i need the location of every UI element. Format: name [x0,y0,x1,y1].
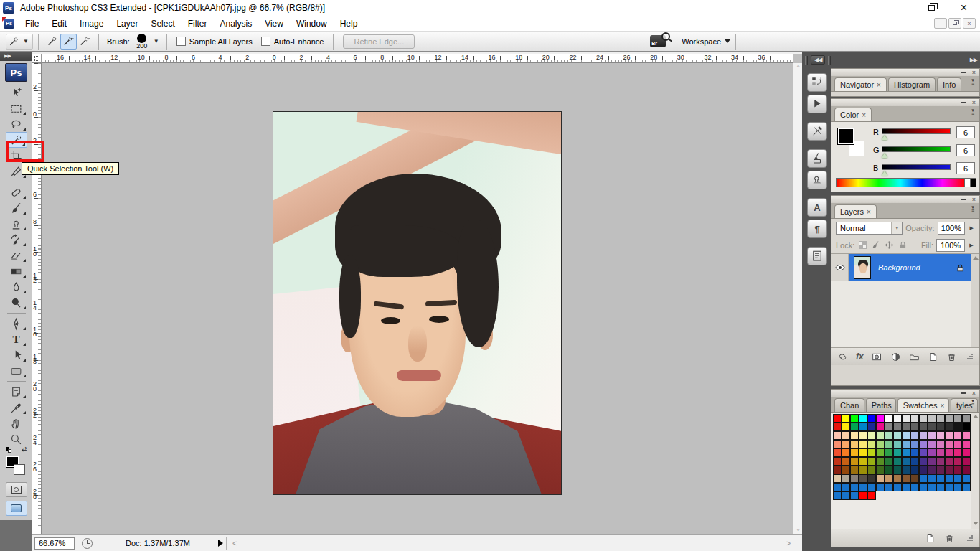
swatch[interactable] [919,440,928,448]
dock-character-button[interactable]: A [807,198,827,217]
dock-actions-button[interactable] [807,95,827,113]
document-image[interactable] [273,111,562,495]
new-layer-icon[interactable] [928,352,938,362]
tool-rectangle-shape[interactable] [6,363,27,379]
swatch[interactable] [842,466,850,474]
swatch[interactable] [902,448,910,457]
tool-path-selection[interactable] [6,347,27,363]
swatch[interactable] [867,474,876,483]
color-foreground-swatch[interactable] [837,128,854,145]
swatch[interactable] [910,423,919,431]
swatch[interactable] [833,483,842,491]
opacity-arrow[interactable]: ▶ [968,222,975,235]
menu-filter[interactable]: Filter [182,19,214,29]
tool-clone-stamp[interactable] [6,216,27,232]
tool-type[interactable]: T [6,331,27,347]
swatch[interactable] [867,440,876,448]
swatch[interactable] [876,483,885,491]
screen-mode-button[interactable] [6,501,27,516]
swatch[interactable] [859,423,867,431]
swatch[interactable] [953,466,962,474]
tool-preset-picker[interactable]: ▼ [6,34,33,50]
swatch[interactable] [936,466,945,474]
swatch[interactable] [936,483,945,491]
swatch[interactable] [859,491,867,500]
tool-pen[interactable] [6,316,27,331]
delete-layer-icon[interactable] [946,352,957,362]
swatch[interactable] [842,457,850,466]
swatch[interactable] [902,414,910,423]
swatch[interactable] [850,423,859,431]
swatch[interactable] [859,483,867,491]
canvas-area[interactable] [42,63,793,534]
channel-value-field[interactable]: 6 [956,162,975,174]
tab-info[interactable]: Info [937,77,961,91]
panel-resize-grip[interactable] [966,534,974,542]
chevron-down-icon[interactable]: ▼ [154,38,159,44]
layer-thumbnail[interactable] [854,256,871,279]
swatch[interactable] [910,448,919,457]
swatch[interactable] [953,423,962,431]
swatch[interactable] [945,483,953,491]
swatch[interactable] [962,483,971,491]
layers-scrollbar[interactable] [971,254,979,347]
swatch[interactable] [962,423,971,431]
auto-enhance-checkbox[interactable] [261,37,270,46]
swatch[interactable] [876,466,885,474]
swatch[interactable] [962,466,971,474]
swatch[interactable] [928,423,936,431]
swatch[interactable] [876,431,885,440]
swatch[interactable] [953,440,962,448]
swatch[interactable] [850,466,859,474]
swatch[interactable] [910,457,919,466]
layer-group-icon[interactable] [909,352,920,362]
swatch[interactable] [885,457,893,466]
tab-swatches[interactable]: Swatches× [897,398,949,412]
background-color-swatch[interactable] [14,464,25,475]
tool-lasso[interactable] [6,116,27,132]
scroll-down-arrow[interactable] [973,522,979,525]
swatch[interactable] [885,440,893,448]
workspace-menu-button[interactable]: Workspace [682,37,730,46]
tab-chan[interactable]: Chan [834,398,864,412]
swatch[interactable] [902,474,910,483]
swatch[interactable] [919,474,928,483]
tool-blur[interactable] [6,279,27,295]
swatch[interactable] [867,457,876,466]
menu-analysis[interactable]: Analysis [213,19,258,29]
menu-help[interactable]: Help [334,19,364,29]
auto-enhance-option[interactable]: Auto-Enhance [261,37,324,46]
scroll-right-arrow[interactable]: > [786,540,791,547]
swatch[interactable] [919,457,928,466]
tab-paths[interactable]: Paths [866,398,896,412]
swatch[interactable] [850,440,859,448]
opacity-field[interactable]: 100% [938,222,966,235]
panel-flyout-icon[interactable]: ▾≡ [969,78,977,85]
new-selection-mode-button[interactable] [44,34,60,50]
adjustment-layer-icon[interactable] [890,352,901,362]
fill-arrow[interactable]: ▶ [968,239,975,252]
channel-slider[interactable] [882,146,951,152]
swatch[interactable] [945,457,953,466]
tab-layers[interactable]: Layers× [834,204,877,218]
status-clock-icon[interactable] [82,538,93,549]
swatch[interactable] [919,483,928,491]
restore-button[interactable] [915,0,948,16]
swatch[interactable] [859,466,867,474]
swatch[interactable] [919,466,928,474]
channel-value-field[interactable]: 6 [956,144,975,156]
swatch[interactable] [842,448,850,457]
panel-flyout-icon[interactable]: ▾≡ [969,205,977,212]
menu-window[interactable]: Window [290,19,334,29]
zoom-level-field[interactable]: 66.67% [34,537,75,550]
swatch[interactable] [833,431,842,440]
swatch[interactable] [928,431,936,440]
swatch[interactable] [885,448,893,457]
swatch[interactable] [859,440,867,448]
swatch[interactable] [842,440,850,448]
swatch[interactable] [962,474,971,483]
dock-tool-presets-button[interactable] [807,122,827,141]
menu-select[interactable]: Select [144,19,181,29]
swatch[interactable] [953,483,962,491]
swatch[interactable] [876,440,885,448]
